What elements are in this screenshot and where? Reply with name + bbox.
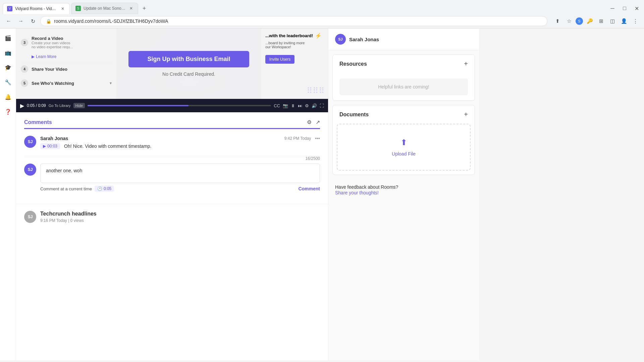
feedback-title: Have feedback about Rooms? <box>335 184 472 190</box>
skip-button[interactable]: ⏭ <box>298 103 302 108</box>
current-user-avatar: SJ <box>24 164 36 176</box>
profile-icon[interactable]: 👤 <box>619 16 629 26</box>
signup-button[interactable]: Sign Up with Business Email <box>128 51 249 67</box>
comment-timestamp-badge[interactable]: ▶ 00:03 <box>40 143 60 149</box>
documents-section: Documents + ⬆ Upload File <box>332 105 475 175</box>
video-progress-bar[interactable] <box>88 105 271 106</box>
learn-more-link[interactable]: ▶ Learn More <box>32 54 112 59</box>
post-body: Techcrunch headlines 9:16 PM Today | 0 v… <box>40 211 97 223</box>
time-display: 0:05 / 0:09 <box>27 103 46 108</box>
upload-label: Upload File <box>392 151 416 157</box>
sidebar-icon-learn[interactable]: 🎓 <box>3 62 13 73</box>
post-meta: 9:16 PM Today | 0 views <box>40 218 97 223</box>
sidebar-toggle-icon[interactable]: ◫ <box>608 16 617 26</box>
invite-users-button[interactable]: Invite Users <box>265 55 294 64</box>
browser-action-buttons: ⬆ ☆ S 🔑 ⊞ ◫ 👤 ⋮ <box>553 16 640 26</box>
browser-chrome: V Vidyard Rooms - Vidyard ✕ S Update on … <box>0 0 644 28</box>
hide-button[interactable]: Hide <box>73 103 85 108</box>
comments-share-icon[interactable]: ↗ <box>316 119 320 125</box>
refresh-button[interactable]: ↻ <box>28 16 38 26</box>
resources-title: Resources <box>339 61 367 67</box>
char-count: 16/2500 <box>24 156 320 161</box>
volume-button[interactable]: 🔊 <box>312 103 317 108</box>
captions-button[interactable]: CC <box>274 103 280 108</box>
upload-icon: ⬆ <box>400 138 407 147</box>
comment-time-badge[interactable]: 🕐 0:05 <box>95 186 114 192</box>
video-container: 3 Record a Video Create your own videosn… <box>16 28 328 112</box>
video-camera-icon[interactable]: 📷 <box>283 103 288 108</box>
comments-section: Comments ⚙ ↗ SJ Sarah Jonas 9:42 PM Toda… <box>16 112 328 204</box>
url-display: rooms.vidyard.com/rooms/L-SDJXfZBLTiH6Dy… <box>54 18 542 24</box>
documents-add-button[interactable]: + <box>464 111 468 118</box>
leaderboard-icon: ⚡ <box>315 33 322 39</box>
navigation-bar: ← → ↻ 🔒 rooms.vidyard.com/rooms/L-SDJXfZ… <box>0 14 644 28</box>
tab-favicon-1: V <box>7 6 12 11</box>
step-item-3: 3 Record a Video Create your own videosn… <box>21 33 112 52</box>
right-sidebar-avatar: SJ <box>335 34 346 45</box>
window-close-button[interactable]: ✕ <box>632 4 641 13</box>
new-tab-button[interactable]: + <box>140 4 149 13</box>
submit-comment-button[interactable]: Comment <box>298 186 320 191</box>
sidebar-icon-help[interactable]: ❓ <box>3 106 13 117</box>
forward-button[interactable]: → <box>16 16 25 26</box>
tab-favicon-2: S <box>75 6 81 11</box>
tab-close-2[interactable]: ✕ <box>128 6 134 11</box>
tab-close-1[interactable]: ✕ <box>60 6 65 11</box>
step-item-5: 5 See Who's Watching ▾ <box>21 77 112 89</box>
video-controls: ▶ 0:05 / 0:09 Go To Library Hide CC 📷 ⏸ … <box>16 99 328 112</box>
step-desc-3: Create your own videosno video expertise… <box>32 41 73 49</box>
sidebar-icon-video[interactable]: 🎬 <box>3 33 13 43</box>
feedback-section: Have feedback about Rooms? Share your th… <box>328 179 479 201</box>
time-value: 0:05 <box>104 186 111 191</box>
share-icon[interactable]: ⬆ <box>553 16 562 26</box>
window-minimize-button[interactable]: ─ <box>608 4 617 13</box>
comment-time: 9:42 PM Today <box>284 136 311 141</box>
fullscreen-button[interactable]: ⛶ <box>320 103 324 108</box>
window-maximize-button[interactable]: □ <box>620 4 629 13</box>
comments-header: Comments ⚙ ↗ <box>24 119 320 129</box>
comment-input[interactable]: another one. woh <box>40 164 320 183</box>
comments-title: Comments <box>24 119 52 125</box>
tab-manager-icon[interactable]: ⊞ <box>596 16 606 26</box>
comment-content: ▶ 00:03 Oh! Nice. Video with comment tim… <box>40 143 320 149</box>
more-options-icon[interactable]: ⋮ <box>631 16 640 26</box>
play-button[interactable]: ▶ <box>20 103 24 109</box>
step-chevron-5[interactable]: ▾ <box>110 81 112 85</box>
tab-mac-sonoma[interactable]: S Update on Mac Sonoma ✕ <box>71 3 138 14</box>
extension-icon[interactable]: S <box>576 17 583 25</box>
sidebar-icon-screen[interactable]: 📺 <box>3 47 13 58</box>
step-num-4: 4 <box>21 65 28 73</box>
comment-meta: Sarah Jonas 9:42 PM Today ••• <box>40 136 320 141</box>
comment-more-button[interactable]: ••• <box>315 136 320 141</box>
comment-input-area: 16/2500 SJ another one. woh Comment at a… <box>24 156 320 197</box>
tab-bar: V Vidyard Rooms - Vidyard ✕ S Update on … <box>0 0 644 14</box>
documents-title: Documents <box>339 112 369 118</box>
dots-decoration: ⠿⠿⠿ <box>307 86 325 96</box>
left-sidebar: 🎬 📺 🎓 🔧 🔔 ❓ <box>0 28 16 360</box>
tab-vidyard-rooms[interactable]: V Vidyard Rooms - Vidyard ✕ <box>3 3 70 14</box>
password-icon[interactable]: 🔑 <box>585 16 594 26</box>
step-label-4: Share Your Video <box>32 67 67 72</box>
resources-section: Resources + Helpful links are coming! <box>332 54 475 101</box>
upload-area[interactable]: ⬆ Upload File <box>337 124 471 171</box>
back-button[interactable]: ← <box>4 16 13 26</box>
progress-fill <box>88 105 189 106</box>
address-bar[interactable]: 🔒 rooms.vidyard.com/rooms/L-SDJXfZBLTiH6… <box>40 16 547 26</box>
settings-button[interactable]: ⚙ <box>305 103 309 108</box>
clock-icon: 🕐 <box>97 186 102 191</box>
comment-item: SJ Sarah Jonas 9:42 PM Today ••• ▶ <box>24 129 320 156</box>
resources-add-button[interactable]: + <box>464 60 468 68</box>
post-title: Techcrunch headlines <box>40 211 97 217</box>
sidebar-icon-notifications[interactable]: 🔔 <box>3 92 13 102</box>
pause-button[interactable]: ⏸ <box>291 103 295 108</box>
go-to-library-link[interactable]: Go To Library <box>49 104 71 108</box>
step-item-4: 4 Share Your Video <box>21 62 112 75</box>
comments-settings-icon[interactable]: ⚙ <box>307 119 312 125</box>
resources-placeholder: Helpful links are coming! <box>378 81 429 92</box>
sidebar-icon-tools[interactable]: 🔧 <box>3 77 13 87</box>
bookmark-icon[interactable]: ☆ <box>564 16 574 26</box>
right-sidebar: SJ Sarah Jonas Resources + Helpful links… <box>328 28 479 360</box>
comments-actions: ⚙ ↗ <box>307 119 320 125</box>
resources-header: Resources + <box>333 55 475 73</box>
feedback-link[interactable]: Share your thoughts! <box>335 190 379 195</box>
